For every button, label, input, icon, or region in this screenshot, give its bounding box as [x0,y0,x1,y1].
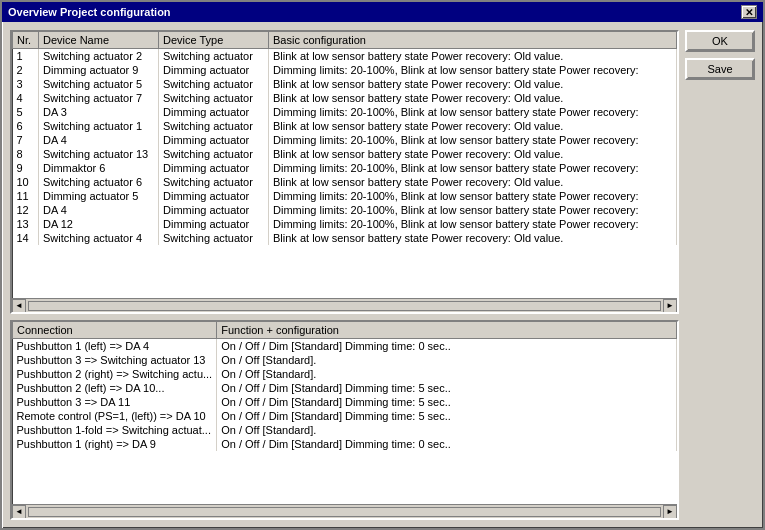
scroll-right-arrow[interactable]: ► [663,299,677,313]
table-row[interactable]: 10 Switching actuator 6 Switching actuat… [13,175,677,189]
list-item[interactable]: Pushbutton 1 (right) => DA 9 On / Off / … [13,437,677,451]
cell-device-name: DA 3 [39,105,159,119]
cell-device-type: Switching actuator [159,77,269,91]
cell-device-name: Dimming actuator 5 [39,189,159,203]
cell-nr: 5 [13,105,39,119]
header-basic-config: Basic configuration [269,32,677,49]
table-row[interactable]: 14 Switching actuator 4 Switching actuat… [13,231,677,245]
table-row[interactable]: 8 Switching actuator 13 Switching actuat… [13,147,677,161]
table-row[interactable]: 12 DA 4 Dimming actuator Dimming limits:… [13,203,677,217]
cell-nr: 3 [13,77,39,91]
scroll-right-arrow-lower[interactable]: ► [663,505,677,519]
cell-basic-config: Dimming limits: 20-100%, Blink at low se… [269,63,677,77]
cell-device-name: Dimming actuator 9 [39,63,159,77]
cell-device-name: Switching actuator 5 [39,77,159,91]
list-item[interactable]: Pushbutton 2 (left) => DA 10... On / Off… [13,381,677,395]
cell-connection: Pushbutton 3 => Switching actuator 13 [13,353,217,367]
main-window: Overview Project configuration ✕ Nr. Dev… [0,0,765,530]
upper-horizontal-scrollbar[interactable]: ◄ ► [12,298,677,312]
cell-nr: 10 [13,175,39,189]
cell-nr: 2 [13,63,39,77]
cell-function: On / Off / Dim [Standard] Dimming time: … [217,409,677,423]
lower-table-panel: Connection Function + configuration Push… [10,320,679,520]
list-item[interactable]: Remote control (PS=1, (left)) => DA 10 O… [13,409,677,423]
lower-table-header-row: Connection Function + configuration [13,322,677,339]
cell-device-type: Switching actuator [159,231,269,245]
table-row[interactable]: 9 Dimmaktor 6 Dimming actuator Dimming l… [13,161,677,175]
list-item[interactable]: Pushbutton 1-fold => Switching actuat...… [13,423,677,437]
list-item[interactable]: Pushbutton 3 => Switching actuator 13 On… [13,353,677,367]
lower-table-body: Pushbutton 1 (left) => DA 4 On / Off / D… [13,339,677,452]
cell-nr: 4 [13,91,39,105]
cell-connection: Pushbutton 1 (left) => DA 4 [13,339,217,354]
cell-device-name: DA 4 [39,133,159,147]
table-row[interactable]: 4 Switching actuator 7 Switching actuato… [13,91,677,105]
lower-horizontal-scrollbar[interactable]: ◄ ► [12,504,677,518]
table-row[interactable]: 1 Switching actuator 2 Switching actuato… [13,49,677,64]
cell-connection: Pushbutton 1-fold => Switching actuat... [13,423,217,437]
window-title: Overview Project configuration [8,6,171,18]
header-function: Function + configuration [217,322,677,339]
cell-device-name: Dimmaktor 6 [39,161,159,175]
button-area: OK Save [685,30,755,520]
cell-function: On / Off [Standard]. [217,367,677,381]
cell-device-name: Switching actuator 4 [39,231,159,245]
cell-connection: Pushbutton 3 => DA 11 [13,395,217,409]
ok-button[interactable]: OK [685,30,755,52]
scroll-left-arrow-lower[interactable]: ◄ [12,505,26,519]
cell-device-name: DA 12 [39,217,159,231]
cell-device-type: Dimming actuator [159,63,269,77]
save-button[interactable]: Save [685,58,755,80]
cell-nr: 8 [13,147,39,161]
main-area: Nr. Device Name Device Type Basic config… [10,30,679,520]
cell-device-type: Switching actuator [159,119,269,133]
cell-device-type: Dimming actuator [159,105,269,119]
cell-device-type: Switching actuator [159,91,269,105]
upper-table-header-row: Nr. Device Name Device Type Basic config… [13,32,677,49]
cell-nr: 14 [13,231,39,245]
cell-nr: 13 [13,217,39,231]
table-row[interactable]: 6 Switching actuator 1 Switching actuato… [13,119,677,133]
table-row[interactable]: 13 DA 12 Dimming actuator Dimming limits… [13,217,677,231]
cell-nr: 11 [13,189,39,203]
lower-table-scroll[interactable]: Connection Function + configuration Push… [12,322,677,504]
cell-nr: 9 [13,161,39,175]
list-item[interactable]: Pushbutton 1 (left) => DA 4 On / Off / D… [13,339,677,354]
cell-basic-config: Blink at low sensor battery state Power … [269,175,677,189]
upper-table: Nr. Device Name Device Type Basic config… [12,32,677,245]
cell-function: On / Off / Dim [Standard] Dimming time: … [217,437,677,451]
upper-table-panel: Nr. Device Name Device Type Basic config… [10,30,679,314]
scroll-track[interactable] [28,301,661,311]
list-item[interactable]: Pushbutton 3 => DA 11 On / Off / Dim [St… [13,395,677,409]
cell-basic-config: Dimming limits: 20-100%, Blink at low se… [269,161,677,175]
cell-nr: 12 [13,203,39,217]
scroll-left-arrow[interactable]: ◄ [12,299,26,313]
table-row[interactable]: 11 Dimming actuator 5 Dimming actuator D… [13,189,677,203]
cell-device-name: Switching actuator 6 [39,175,159,189]
cell-nr: 7 [13,133,39,147]
lower-table: Connection Function + configuration Push… [12,322,677,451]
scroll-track-lower[interactable] [28,507,661,517]
upper-table-scroll[interactable]: Nr. Device Name Device Type Basic config… [12,32,677,298]
table-row[interactable]: 5 DA 3 Dimming actuator Dimming limits: … [13,105,677,119]
list-item[interactable]: Pushbutton 2 (right) => Switching actu..… [13,367,677,381]
cell-function: On / Off [Standard]. [217,353,677,367]
table-row[interactable]: 3 Switching actuator 5 Switching actuato… [13,77,677,91]
cell-basic-config: Blink at low sensor battery state Power … [269,119,677,133]
table-row[interactable]: 2 Dimming actuator 9 Dimming actuator Di… [13,63,677,77]
cell-function: On / Off / Dim [Standard] Dimming time: … [217,381,677,395]
cell-device-type: Switching actuator [159,175,269,189]
cell-device-name: DA 4 [39,203,159,217]
table-row[interactable]: 7 DA 4 Dimming actuator Dimming limits: … [13,133,677,147]
header-device-type: Device Type [159,32,269,49]
cell-basic-config: Dimming limits: 20-100%, Blink at low se… [269,217,677,231]
cell-nr: 6 [13,119,39,133]
cell-connection: Pushbutton 2 (right) => Switching actu..… [13,367,217,381]
cell-device-type: Switching actuator [159,147,269,161]
title-bar: Overview Project configuration ✕ [2,2,763,22]
close-button[interactable]: ✕ [741,5,757,19]
cell-device-type: Dimming actuator [159,161,269,175]
cell-function: On / Off / Dim [Standard] Dimming time: … [217,395,677,409]
cell-basic-config: Blink at low sensor battery state Power … [269,147,677,161]
content-area: Nr. Device Name Device Type Basic config… [2,22,763,528]
